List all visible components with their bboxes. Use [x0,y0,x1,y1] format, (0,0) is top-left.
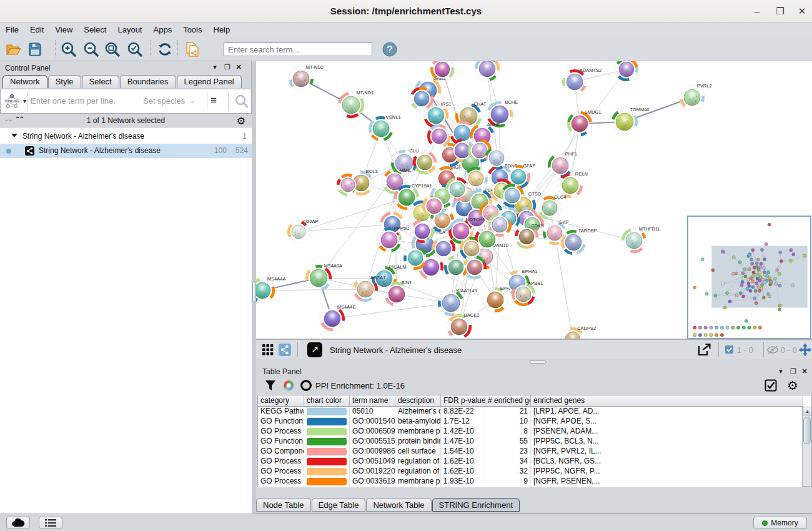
table-row[interactable]: GO ComponentGO:0009986cell surface1.54E-… [258,447,803,457]
scrollbar-thumb[interactable] [803,417,811,444]
zoom-out-icon[interactable] [81,39,101,59]
network-node-ppp5c[interactable]: PPP5C [377,226,410,252]
vertical-splitter[interactable] [252,61,256,514]
tab-network[interactable]: Network [2,75,47,88]
open-in-string-button[interactable]: ↗ [307,342,322,357]
network-node[interactable] [410,219,434,243]
menu-item-help[interactable]: Help [208,22,236,36]
ring-chart-icon[interactable] [300,379,312,394]
string-species-hint[interactable]: Set species → [143,96,196,106]
column-header-FDR-p-value[interactable]: FDR p-value [441,395,485,407]
chevron-down-icon[interactable]: ▼ [22,98,27,104]
save-session-icon[interactable] [25,39,45,59]
help-icon[interactable]: ? [380,39,400,59]
network-node-vsnl1[interactable]: VSNL1 [369,114,401,141]
network-options-gear-icon[interactable]: ⚙ [237,115,245,127]
tab-boundaries[interactable]: Boundaries [120,75,176,88]
tab-legend-panel[interactable]: Legend Panel [177,75,242,88]
horizontal-splitter[interactable] [256,359,812,365]
table-row[interactable]: GO FunctionGO:0005515protein binding1.47… [258,437,803,447]
tab-node-table[interactable]: Node Table [256,498,311,512]
select-columns-icon[interactable] [765,379,777,394]
menu-item-layout[interactable]: Layout [112,22,147,36]
column-header-enriched-genes[interactable]: # enriched genes [485,395,531,407]
network-node-ms4a4e[interactable]: MS4A4E [320,304,355,331]
panel-float-icon[interactable]: ❐ [788,367,798,375]
network-nodes[interactable]: MT-ND2MT-ND1VSNL1GAB2IRS1CHATBCHEACHEAPO… [256,61,712,339]
tree-expand-icon[interactable] [11,134,17,137]
network-node-ms4a4a[interactable]: MS4A4A [256,276,285,303]
string-query-placeholder[interactable]: Enter one term per line. [31,96,116,106]
table-row[interactable]: GO ProcessGO:0050435beta-amyloid m...2.0… [258,487,803,487]
enrichment-settings-gear-icon[interactable]: ⚙ [787,378,798,393]
tab-string-enrichment[interactable]: STRING Enrichment [432,498,520,512]
network-node[interactable] [404,246,427,270]
chart-donut-icon[interactable] [282,379,295,394]
menu-item-select[interactable]: Select [78,22,112,36]
network-node[interactable] [615,61,638,81]
network-tree-row[interactable]: String Network - Alzheimer's disease1005… [0,144,252,158]
refresh-icon[interactable] [155,39,175,59]
panel-collapse-icon[interactable]: ▾ [210,63,220,71]
cloud-button[interactable] [6,517,30,529]
navigator-move-icon[interactable] [798,343,812,359]
panel-float-icon[interactable]: ❐ [222,63,232,71]
splitter-grip[interactable] [530,360,546,364]
network-node[interactable] [413,151,437,174]
export-network-icon[interactable] [696,342,711,360]
column-header-term-name[interactable]: term name [350,395,395,407]
table-row[interactable]: KEGG Pathways05010Alzheimer's dise...8.8… [258,407,803,417]
network-node-mt-nd1[interactable]: MT-ND1 [338,90,374,118]
string-share-icon[interactable] [279,344,291,359]
column-header-description[interactable]: description [395,395,441,407]
menu-item-tools[interactable]: Tools [177,22,207,36]
tab-style[interactable]: Style [48,75,81,88]
network-node-dlg4[interactable]: DLG4 [538,194,567,220]
table-row[interactable]: GO ProcessGO:0006509membrane prot...1.42… [258,427,803,437]
menu-item-file[interactable]: File [0,22,24,36]
network-node-abca7[interactable]: ABCA7 [353,275,385,302]
network-view[interactable]: MT-ND2MT-ND1VSNL1GAB2IRS1CHATBCHEACHEAPO… [256,61,812,339]
panel-close-icon[interactable]: ✕ [234,63,244,71]
scroll-up-icon[interactable]: ▲ [803,407,812,415]
network-node[interactable] [427,124,451,148]
column-header-enriched-genes[interactable]: enriched genes [531,395,803,407]
menu-item-view[interactable]: View [49,22,78,36]
panel-close-icon[interactable]: ✕ [800,367,810,375]
task-list-button[interactable] [39,517,62,529]
zoom-selected-icon[interactable] [125,39,145,59]
network-node[interactable] [475,61,500,81]
network-node-bace2[interactable]: BACE2 [447,312,479,339]
network-node-adamts2[interactable]: ADAMTS2 [562,67,602,94]
tab-select[interactable]: Select [82,75,119,88]
scroll-down-icon[interactable]: ▼ [803,486,812,487]
open-session-icon[interactable] [4,39,24,59]
filter-icon[interactable] [265,380,276,394]
network-node[interactable] [463,256,487,279]
zoom-fit-icon[interactable] [102,39,122,59]
column-header-chart-color[interactable]: chart color [304,395,350,407]
table-row[interactable]: GO ProcessGO:0019220regulation of ph...1… [258,467,803,477]
network-node-ms4a6a[interactable]: MS4A6A [305,263,342,291]
birds-eye-view[interactable] [687,216,811,339]
table-row[interactable]: GO FunctionGO:0001540beta-amyloid bi...1… [258,417,803,427]
network-node-mthfd1l[interactable]: MTHFD1L [621,226,660,253]
zoom-in-icon[interactable] [59,39,79,59]
network-node-pvrl2[interactable]: PVRL2 [680,83,712,110]
panel-collapse-icon[interactable]: ▾ [776,367,786,375]
string-options-icon[interactable]: ≡ [210,94,217,107]
splitter-grip[interactable] [252,281,255,302]
grid-mode-icon[interactable] [262,344,274,358]
close-button[interactable]: ✕ [794,5,810,17]
menu-item-edit[interactable]: Edit [24,22,49,36]
tab-edge-table[interactable]: Edge Table [312,498,366,512]
maximize-button[interactable]: ❐ [772,5,788,17]
network-node-cadps2[interactable]: CADPS2 [561,325,596,339]
clone-network-icon[interactable] [182,39,202,59]
string-logo[interactable]: STRING [2,92,21,110]
table-row[interactable]: GO ProcessGO:0033619membrane prot...1.93… [258,477,803,487]
memory-button[interactable]: Memory [753,517,807,529]
search-input[interactable] [224,42,372,56]
menu-item-apps[interactable]: Apps [148,22,178,36]
table-row[interactable]: GO ProcessGO:0051049regulation of tra...… [258,457,803,467]
